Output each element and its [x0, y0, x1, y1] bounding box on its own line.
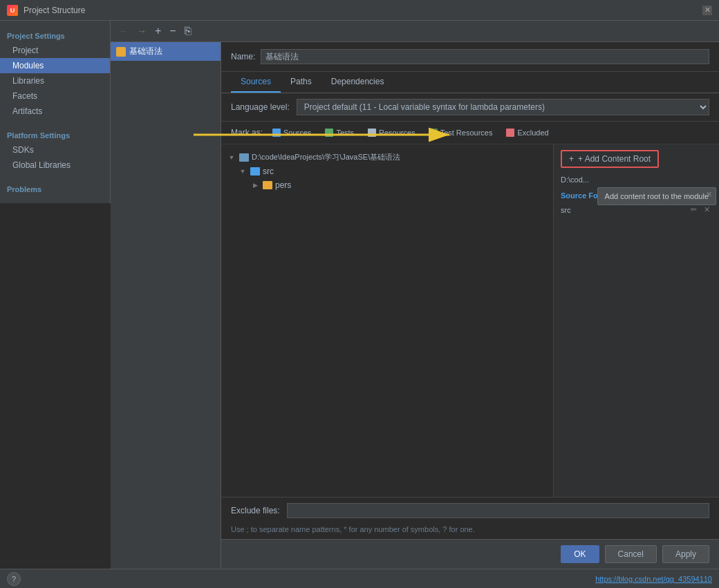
- tree-toggle-src[interactable]: ▼: [238, 167, 248, 176]
- close-button[interactable]: ✕: [702, 6, 712, 15]
- mark-excluded-button[interactable]: Excluded: [502, 127, 552, 138]
- sidebar-item-project[interactable]: Project: [0, 43, 110, 58]
- sources-icon: [272, 129, 281, 137]
- tooltip-close-button[interactable]: ✕: [706, 190, 712, 199]
- module-item-jichuyufa[interactable]: 基础语法: [111, 42, 221, 61]
- title-bar-left: U Project Structure: [7, 5, 85, 16]
- intellij-logo: U: [7, 5, 18, 16]
- add-module-button[interactable]: +: [152, 23, 164, 39]
- add-content-root-icon: +: [569, 154, 574, 164]
- nav-back-button[interactable]: ←: [116, 24, 131, 38]
- mark-tests-button[interactable]: Tests: [321, 127, 358, 138]
- remove-source-button[interactable]: ✕: [702, 205, 712, 215]
- tab-dependencies[interactable]: Dependencies: [321, 72, 394, 93]
- status-bar-left: ?: [7, 572, 21, 586]
- problems-label: Problems: [0, 181, 110, 196]
- nav-forward-button[interactable]: →: [134, 24, 149, 38]
- tab-paths[interactable]: Paths: [281, 72, 321, 93]
- title-bar-controls: ✕: [702, 6, 712, 15]
- copy-module-button[interactable]: ⎘: [182, 23, 194, 39]
- mark-resources-button[interactable]: Resources: [364, 127, 420, 138]
- left-panel: Project Settings Project Modules Librari…: [0, 21, 111, 569]
- bottom-bar: OK Cancel Apply: [221, 539, 719, 569]
- mark-sources-button[interactable]: Sources: [268, 127, 315, 138]
- path-text: D:\cod...: [554, 173, 719, 186]
- apply-button[interactable]: Apply: [662, 545, 709, 563]
- folder-icon-src: [250, 167, 260, 176]
- mark-as-row: Mark as: Sources Tests Resources: [221, 122, 719, 144]
- content-area: ▼ D:\code\IdeaProjects\学习\JavaSE\基础语法 ▼ …: [221, 144, 719, 497]
- right-panel: Name: Sources Paths Dependencies: [221, 42, 719, 569]
- exclude-files-input[interactable]: [287, 503, 709, 518]
- add-content-root-button[interactable]: + + Add Content Root: [561, 150, 659, 168]
- status-link[interactable]: https://blog.csdn.net/qq_43594110: [595, 575, 712, 583]
- content-row: 基础语法 Name: Sources Paths: [111, 42, 719, 569]
- help-button[interactable]: ?: [7, 572, 21, 586]
- tabs-bar: Sources Paths Dependencies: [221, 72, 719, 93]
- mark-test-resources-button[interactable]: Test Resources: [425, 127, 497, 138]
- sidebar-item-sdks[interactable]: SDKs: [0, 142, 110, 158]
- name-label: Name:: [231, 52, 255, 61]
- tree-label-root: D:\code\IdeaProjects\学习\JavaSE\基础语法: [252, 152, 400, 162]
- test-resources-icon: [429, 129, 438, 137]
- source-panel: + + Add Content Root Add content root to…: [553, 144, 719, 497]
- project-settings-label: Project Settings: [0, 28, 110, 43]
- tree-toggle-pers[interactable]: ▶: [250, 180, 260, 190]
- content-wrapper: ← → + − ⎘ 基础语法 Name:: [111, 21, 719, 569]
- resources-icon: [368, 129, 376, 137]
- tests-icon: [325, 129, 333, 137]
- sidebar-item-facets[interactable]: Facets: [0, 88, 110, 104]
- tree-panel: ▼ D:\code\IdeaProjects\学习\JavaSE\基础语法 ▼ …: [221, 144, 553, 497]
- source-panel-src-label: src: [561, 206, 571, 214]
- language-level-select[interactable]: Project default (11 - Local variable syn…: [297, 99, 709, 115]
- module-folder-icon: [116, 47, 126, 57]
- status-bar: ? https://blog.csdn.net/qq_43594110: [0, 569, 719, 588]
- ok-button[interactable]: OK: [561, 545, 599, 563]
- exclude-files-row: Exclude files:: [221, 497, 719, 524]
- language-level-row: Language level: Project default (11 - Lo…: [221, 93, 719, 122]
- name-input[interactable]: [261, 49, 709, 64]
- module-name: 基础语法: [129, 46, 162, 57]
- tooltip-box: Add content root to the module ✕: [597, 187, 716, 205]
- remove-module-button[interactable]: −: [167, 23, 178, 39]
- sidebar: Project Settings Project Modules Librari…: [0, 21, 111, 203]
- module-list: 基础语法: [111, 42, 221, 569]
- sidebar-item-global-libraries[interactable]: Global Libraries: [0, 158, 110, 173]
- edit-source-button[interactable]: ✏: [689, 205, 699, 215]
- source-panel-item-actions: ✏ ✕: [689, 205, 712, 215]
- tab-sources[interactable]: Sources: [231, 72, 281, 93]
- tree-item-root[interactable]: ▼ D:\code\IdeaProjects\学习\JavaSE\基础语法: [221, 150, 553, 164]
- exclude-files-label: Exclude files:: [231, 506, 280, 515]
- main-layout: Project Settings Project Modules Librari…: [0, 21, 719, 569]
- language-level-label: Language level:: [231, 102, 290, 112]
- exclude-hint: Use ; to separate name patterns, * for a…: [221, 524, 719, 539]
- sidebar-item-artifacts[interactable]: Artifacts: [0, 104, 110, 119]
- cancel-button[interactable]: Cancel: [605, 545, 657, 563]
- tree-label-src: src: [263, 167, 274, 176]
- module-toolbar: ← → + − ⎘: [111, 21, 719, 42]
- platform-settings-label: Platform Settings: [0, 127, 110, 142]
- title-bar: U Project Structure ✕: [0, 0, 719, 21]
- folder-icon-pers: [263, 181, 272, 189]
- window-title: Project Structure: [24, 6, 85, 15]
- tree-item-src[interactable]: ▼ src: [221, 164, 553, 178]
- tree-toggle-root[interactable]: ▼: [227, 153, 236, 162]
- mark-as-label: Mark as:: [231, 128, 263, 137]
- sidebar-item-libraries[interactable]: Libraries: [0, 73, 110, 88]
- tree-label-pers: pers: [275, 180, 291, 190]
- tree-item-pers[interactable]: ▶ pers: [221, 178, 553, 192]
- excluded-icon: [506, 129, 514, 137]
- name-row: Name:: [221, 42, 719, 72]
- sidebar-item-modules[interactable]: Modules: [0, 58, 110, 73]
- folder-icon-root: [239, 153, 249, 162]
